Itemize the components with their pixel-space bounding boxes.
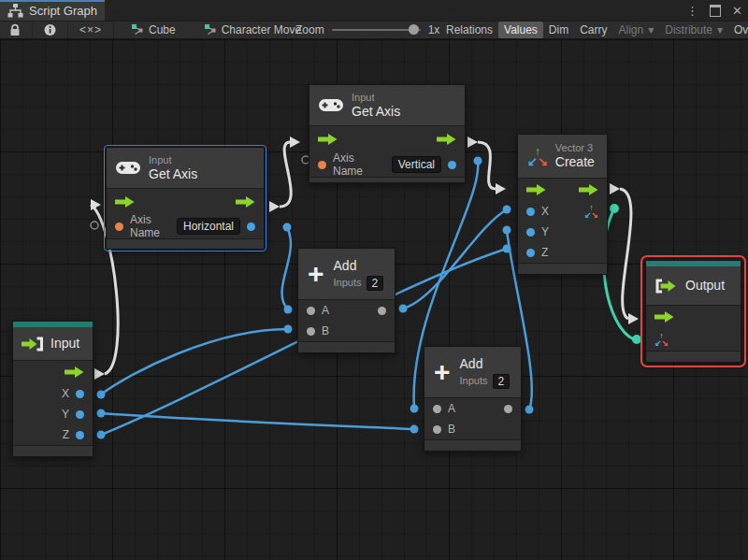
port-a[interactable]	[307, 307, 315, 315]
port-y-label: Y	[541, 225, 549, 238]
tab-bar: Script Graph ⋮ ✕	[0, 0, 748, 21]
chevron-down-icon: ▾	[717, 23, 723, 36]
plus-icon: +	[308, 262, 324, 286]
flow-in-arrow-icon[interactable]	[115, 196, 135, 208]
zoom-slider-handle[interactable]	[409, 24, 419, 35]
port-b[interactable]	[433, 425, 441, 434]
node-category: Vector 3	[555, 142, 595, 154]
flow-in-arrow-icon[interactable]	[526, 184, 546, 195]
node-graph-input[interactable]: Input X Y Z	[12, 321, 94, 457]
value-out-port[interactable]	[247, 223, 255, 231]
lock-icon[interactable]	[4, 22, 26, 38]
node-add-2[interactable]: + Add Inputs 2 A B	[424, 346, 522, 452]
port-y[interactable]	[526, 228, 535, 237]
port-a-label: A	[448, 402, 497, 415]
node-category: Input	[352, 92, 400, 104]
inputs-label: Inputs	[334, 277, 362, 289]
plus-icon: +	[434, 360, 451, 384]
port-a-label: A	[322, 304, 371, 317]
param-label: Axis Name	[130, 213, 170, 239]
tab-title: Script Graph	[29, 4, 97, 18]
chevron-down-icon: ▾	[648, 23, 654, 36]
node-get-axis-vertical[interactable]: Input Get Axis Axis Name Vertical	[309, 84, 466, 183]
flow-in-arrow-icon[interactable]	[654, 311, 674, 323]
node-title: Add	[460, 356, 511, 372]
flow-out-arrow-icon[interactable]	[437, 134, 456, 145]
graph-icon	[204, 23, 217, 36]
graph-toolbar: <×> Cube Character Move Zoom 1x Relation…	[0, 21, 748, 39]
graph-input-icon	[21, 336, 44, 352]
graph-output-icon	[654, 278, 678, 294]
zoom-value: 1x	[428, 23, 440, 36]
window-maximize-icon[interactable]	[710, 5, 721, 17]
breadcrumb-graph-character-move[interactable]: Character Move	[198, 22, 307, 38]
inputs-count-field[interactable]: 2	[367, 276, 384, 291]
node-title: Add	[334, 258, 384, 274]
param-label: Axis Name	[333, 151, 385, 178]
node-vector3-create[interactable]: ↑↙↘ Vector 3 Create X ↑↙↘ Y Z	[517, 134, 608, 275]
node-graph-output[interactable]: Output ↑↙↘	[645, 260, 741, 363]
port-b-label: B	[448, 423, 455, 436]
axis-name-value-field[interactable]: Vertical	[392, 156, 441, 173]
inputs-count-field[interactable]: 2	[493, 374, 511, 389]
vector-in-port-icon[interactable]: ↑↙↘	[654, 332, 669, 347]
port-z-label: Z	[63, 428, 69, 441]
active-tab-indicator	[0, 0, 105, 2]
info-icon[interactable]	[38, 22, 62, 38]
gamepad-icon	[319, 97, 343, 113]
align-dropdown[interactable]: Align▾	[613, 22, 660, 38]
axis-name-port[interactable]	[318, 161, 326, 169]
node-title: Get Axis	[352, 104, 400, 120]
port-y[interactable]	[76, 410, 84, 419]
node-title: Output	[685, 278, 725, 294]
carry-button[interactable]: Carry	[574, 22, 612, 38]
sum-out-port[interactable]	[504, 405, 512, 413]
gamepad-icon	[116, 160, 140, 176]
port-z[interactable]	[76, 431, 84, 439]
axis-name-value-field[interactable]: Horizontal	[177, 218, 240, 235]
distribute-dropdown[interactable]: Distribute▾	[659, 22, 728, 38]
script-graph-icon	[7, 4, 23, 18]
port-b[interactable]	[307, 327, 315, 336]
vector3-out-port-icon[interactable]: ↑↙↘	[584, 204, 598, 219]
edit-graph-icon[interactable]: <×>	[74, 22, 108, 38]
port-x[interactable]	[76, 390, 84, 398]
zoom-slider[interactable]	[332, 29, 421, 31]
relations-button[interactable]: Relations	[440, 22, 498, 38]
sum-out-port[interactable]	[378, 307, 386, 315]
port-x[interactable]	[526, 208, 535, 216]
overview-button[interactable]: Overview	[728, 22, 748, 38]
port-x-label: X	[541, 205, 578, 218]
dim-button[interactable]: Dim	[543, 22, 574, 38]
zoom-label: Zoom	[295, 23, 324, 36]
window-close-icon[interactable]: ✕	[732, 4, 742, 18]
axis-name-port[interactable]	[115, 223, 123, 231]
node-title: Input	[50, 336, 79, 352]
port-x-label: X	[62, 387, 69, 400]
window-menu-icon[interactable]: ⋮	[686, 4, 698, 18]
port-y-label: Y	[62, 408, 69, 421]
node-title: Get Axis	[149, 166, 197, 182]
flow-in-arrow-icon[interactable]	[318, 134, 338, 145]
node-category: Input	[149, 154, 197, 166]
tab-script-graph[interactable]: Script Graph	[0, 0, 105, 21]
values-button[interactable]: Values	[498, 22, 543, 38]
port-b-label: B	[322, 324, 329, 337]
graph-icon	[131, 23, 144, 36]
breadcrumb-graph-cube[interactable]: Cube	[125, 22, 181, 38]
vector3-icon: ↑↙↘	[527, 146, 548, 166]
port-z[interactable]	[526, 249, 535, 257]
inputs-label: Inputs	[460, 375, 488, 387]
flow-out-arrow-icon[interactable]	[236, 196, 255, 208]
node-title: Create	[555, 154, 595, 170]
node-get-axis-horizontal[interactable]: Input Get Axis Axis Name Horizontal	[106, 147, 265, 250]
flow-out-arrow-icon[interactable]	[579, 184, 598, 195]
port-z-label: Z	[541, 246, 548, 259]
node-add-1[interactable]: + Add Inputs 2 A B	[297, 248, 396, 353]
port-a[interactable]	[433, 405, 441, 413]
value-out-port[interactable]	[448, 161, 456, 169]
flow-out-arrow-icon[interactable]	[65, 366, 84, 378]
